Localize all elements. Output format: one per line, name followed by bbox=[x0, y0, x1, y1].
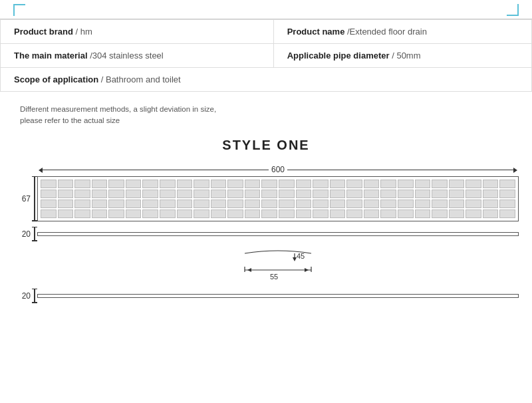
grid-cell bbox=[330, 190, 346, 198]
bar1-label: 20 bbox=[22, 229, 31, 239]
thin-bar-1 bbox=[37, 232, 519, 236]
grid-cell bbox=[432, 209, 448, 218]
grid-cell bbox=[126, 180, 142, 188]
note-line2: please refer to the actual size bbox=[20, 115, 512, 126]
v-line bbox=[34, 177, 35, 220]
spec-material-cell: The main material /304 stainless steel bbox=[1, 44, 274, 68]
dim55-arrow-left bbox=[247, 268, 251, 272]
grid-cell bbox=[483, 209, 499, 218]
grid-cell bbox=[346, 209, 362, 218]
grid-cell bbox=[330, 180, 346, 188]
grid-cell bbox=[177, 200, 193, 208]
grid-cell bbox=[364, 190, 380, 198]
center-piece-section: 45 55 bbox=[37, 247, 519, 283]
grid-cell bbox=[499, 200, 515, 208]
grid-cell bbox=[211, 190, 227, 198]
spec-pipe-label: Applicable pipe diameter bbox=[287, 51, 390, 61]
grid-cell bbox=[279, 190, 295, 198]
grid-cell bbox=[227, 180, 243, 188]
bar2-arrow bbox=[32, 289, 37, 303]
grid-cell bbox=[346, 200, 362, 208]
height-arrow bbox=[32, 176, 37, 221]
thin-bar-row-1: 20 bbox=[13, 227, 519, 241]
grid-cell bbox=[74, 180, 90, 188]
style-title: STYLE ONE bbox=[0, 138, 532, 153]
grid-cell bbox=[261, 190, 277, 198]
grid-cell bbox=[126, 190, 142, 198]
grid-cell bbox=[398, 209, 414, 218]
grid-cell bbox=[177, 190, 193, 198]
grid-inner bbox=[38, 177, 518, 221]
grid-cell bbox=[364, 209, 380, 218]
tick-bottom bbox=[32, 220, 37, 221]
grid-cell bbox=[398, 180, 414, 188]
note-line1: Different measurement methods, a slight … bbox=[20, 104, 512, 115]
grid-cell bbox=[227, 200, 243, 208]
spec-brand-cell: Product brand / hm bbox=[1, 20, 274, 44]
bar1-arrow bbox=[32, 227, 37, 241]
spec-material-value: /304 stainless steel bbox=[90, 51, 164, 61]
thin-bar-2 bbox=[37, 294, 519, 298]
main-rect-wrapper: 67 bbox=[13, 176, 519, 221]
width-label: 600 bbox=[269, 165, 287, 174]
grid-cell bbox=[449, 180, 465, 188]
grid-cell bbox=[227, 190, 243, 198]
grid-cell bbox=[194, 180, 209, 188]
grid-cell bbox=[313, 209, 329, 218]
grid-cell bbox=[415, 209, 431, 218]
spec-scope-value: / Bathroom and toilet bbox=[101, 74, 181, 84]
grid-cell bbox=[245, 209, 261, 218]
grid-cell bbox=[211, 180, 227, 188]
spec-name-cell: Product name /Extended floor drain bbox=[273, 20, 531, 44]
grid-cell bbox=[346, 180, 362, 188]
grid-cell bbox=[58, 190, 74, 198]
grid-cell bbox=[483, 200, 499, 208]
spec-material-label: The main material bbox=[14, 51, 88, 61]
v-line bbox=[34, 227, 35, 240]
grid-cell bbox=[108, 200, 124, 208]
grid-cell bbox=[245, 190, 261, 198]
grid-cell bbox=[41, 180, 57, 188]
grid-cell bbox=[160, 190, 176, 198]
bar1-dim-group: 20 bbox=[13, 227, 37, 241]
grid-cell bbox=[74, 190, 90, 198]
tick-bottom bbox=[32, 240, 37, 241]
arrow-line bbox=[43, 170, 269, 170]
grid-cell bbox=[499, 209, 515, 218]
grid-cell bbox=[380, 190, 396, 198]
spec-scope-label: Scope of application bbox=[14, 74, 98, 84]
grid-cell bbox=[142, 190, 158, 198]
grid-cell bbox=[126, 209, 142, 218]
thin-bar-row-2: 20 bbox=[13, 289, 519, 303]
grid-cell bbox=[227, 209, 243, 218]
grid-cell bbox=[415, 190, 431, 198]
grid-cell bbox=[279, 209, 295, 218]
grid-cell bbox=[58, 200, 74, 208]
v-line bbox=[34, 289, 35, 302]
grid-cell bbox=[245, 200, 261, 208]
spec-brand-label: Product brand bbox=[14, 27, 73, 37]
grid-cell bbox=[92, 180, 108, 188]
grid-cell bbox=[58, 209, 74, 218]
tick-bottom bbox=[32, 302, 37, 303]
corner-bracket-left-icon bbox=[13, 4, 25, 16]
spec-row-2: The main material /304 stainless steel A… bbox=[1, 44, 532, 68]
grid-cell bbox=[466, 200, 481, 208]
grid-cell bbox=[466, 209, 481, 218]
grid-cell bbox=[41, 190, 57, 198]
grid-cell bbox=[74, 200, 90, 208]
grid-cell bbox=[364, 200, 380, 208]
width-arrow-row: 600 bbox=[37, 165, 519, 175]
grid-cell bbox=[126, 200, 142, 208]
grid-cell bbox=[483, 180, 499, 188]
grid-cell bbox=[160, 180, 176, 188]
grid-cell bbox=[432, 180, 448, 188]
bar2-dim-group: 20 bbox=[13, 289, 37, 303]
grid-cell bbox=[313, 190, 329, 198]
grid-cell bbox=[177, 180, 193, 188]
grid-cell bbox=[346, 190, 362, 198]
grid-cell bbox=[449, 209, 465, 218]
grid-cell bbox=[296, 200, 312, 208]
spec-row-1: Product brand / hm Product name /Extende… bbox=[1, 20, 532, 44]
spec-name-label: Product name bbox=[287, 27, 345, 37]
